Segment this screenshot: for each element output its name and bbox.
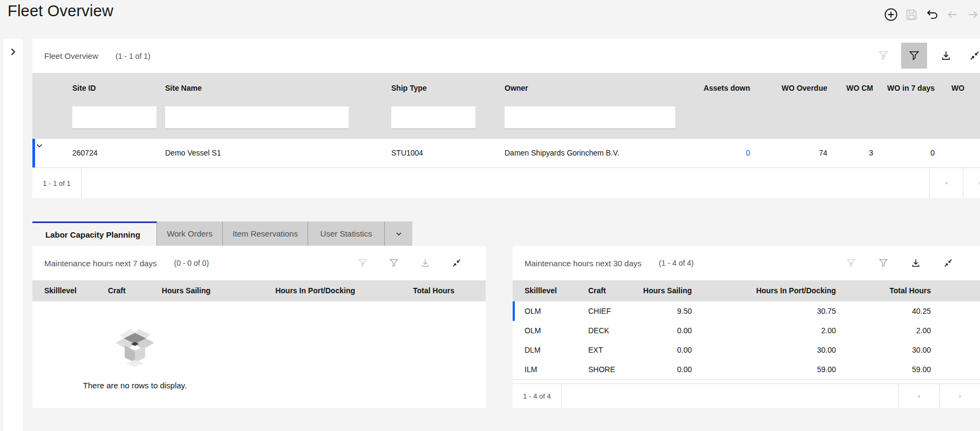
empty-message: There are no rows to display. [65, 381, 205, 390]
column-header-skilllevel[interactable]: Skilllevel [525, 286, 557, 295]
app-window: Fleet Overview Fleet Overview (1 - 1 of … [0, 0, 980, 431]
tab-overflow-chevron-down-icon[interactable] [384, 221, 412, 246]
column-header-hours-in-port[interactable]: Hours In Port/Docking [756, 286, 836, 295]
pagination-prev-caret-icon[interactable] [929, 168, 963, 198]
cell-hours-sailing: 0.00 [677, 346, 692, 354]
empty-state: There are no rows to display. [65, 322, 205, 390]
table-row[interactable]: ILM SHORE 0.00 59.00 59.00 [513, 360, 980, 380]
filter-icon[interactable] [873, 252, 894, 274]
column-header-ship-type[interactable]: Ship Type [391, 84, 427, 92]
column-header-owner[interactable]: Owner [505, 84, 528, 92]
save-icon[interactable] [904, 8, 918, 22]
cell-craft: CHIEF [588, 307, 611, 315]
filter-input-owner[interactable] [505, 106, 675, 129]
column-header-total-hours[interactable]: Total Hours [889, 286, 931, 295]
cell-hours-sailing: 9.50 [677, 307, 692, 315]
maintenance-hours-7-days-panel: Maintenance hours next 7 days (0 - 0 of … [32, 246, 486, 408]
cell-ship-type: STU1004 [391, 149, 423, 157]
cell-total-hours: 2.00 [916, 326, 931, 335]
filter-button[interactable] [901, 43, 927, 69]
cell-wo-overdue: 74 [819, 149, 827, 157]
minimize-panel-icon[interactable] [446, 252, 467, 274]
filter-input-site-name[interactable] [165, 106, 349, 129]
column-header-site-id[interactable]: Site ID [72, 84, 96, 92]
pagination-next-caret-icon[interactable] [963, 168, 980, 198]
cell-assets-down-link[interactable]: 0 [746, 149, 750, 157]
selected-row-indicator [32, 139, 35, 167]
column-header-craft[interactable]: Craft [588, 286, 606, 295]
cell-site-name: Demo Vessel S1 [165, 149, 221, 157]
cell-wo-cm: 3 [869, 149, 873, 157]
tab-user-statistics[interactable]: User Statistics [308, 221, 384, 246]
table-row[interactable]: OLM CHIEF 9.50 30.75 40.25 [513, 301, 980, 321]
side-navigator-rail [3, 39, 23, 431]
fleet-panel-title: Fleet Overview [44, 51, 98, 60]
cell-skilllevel: OLM [525, 307, 541, 315]
tab-item-reservations[interactable]: Item Reservations [222, 221, 308, 246]
cell-owner: Damen Shipyards Gorinchem B.V. [505, 149, 620, 157]
column-header-hours-in-port[interactable]: Hours In Port/Docking [275, 286, 355, 295]
panel7-title: Maintenance hours next 7 days [44, 259, 156, 268]
pagination-prev-caret-icon[interactable] [898, 384, 940, 408]
cell-skilllevel: DLM [525, 346, 541, 354]
tab-work-orders[interactable]: Work Orders [156, 221, 222, 246]
column-header-hours-sailing[interactable]: Hours Sailing [643, 286, 692, 295]
pagination-range: 1 - 1 of 1 [32, 168, 81, 198]
tab-labor-capacity-planning[interactable]: Labor Capacity Planning [32, 221, 156, 246]
download-icon[interactable] [933, 43, 959, 69]
panel7-header: Maintenance hours next 7 days (0 - 0 of … [32, 246, 486, 280]
panel30-table-header: Skilllevel Craft Hours Sailing Hours In … [513, 280, 980, 301]
panel7-table-header: Skilllevel Craft Hours Sailing Hours In … [32, 280, 486, 301]
column-header-assets-down[interactable]: Assets down [704, 84, 750, 92]
cell-hours-sailing: 0.00 [677, 365, 692, 374]
clear-filter-icon[interactable] [840, 252, 862, 274]
minimize-panel-icon[interactable] [962, 43, 980, 69]
filter-input-site-id[interactable] [72, 106, 156, 129]
fleet-table-row[interactable]: 260724 Demo Vessel S1 STU1004 Damen Ship… [32, 139, 980, 168]
minimize-panel-icon[interactable] [937, 252, 959, 274]
column-header-total-hours[interactable]: Total Hours [413, 286, 454, 295]
column-header-skilllevel[interactable]: Skilllevel [44, 286, 77, 295]
filter-icon[interactable] [383, 252, 405, 274]
undo-icon[interactable] [925, 8, 939, 22]
cell-craft: EXT [588, 346, 603, 354]
column-header-hours-sailing[interactable]: Hours Sailing [162, 286, 210, 295]
cell-total-hours: 40.25 [912, 307, 931, 315]
pagination-range: 1 - 4 of 4 [513, 384, 562, 408]
table-row[interactable]: OLM DECK 0.00 2.00 2.00 [513, 321, 980, 341]
panel7-count: (0 - 0 of 0) [174, 259, 209, 267]
cell-craft: DECK [588, 326, 609, 335]
cell-hours-in-port: 2.00 [821, 326, 836, 335]
panel30-count: (1 - 4 of 4) [659, 259, 694, 267]
cell-hours-in-port: 30.00 [817, 346, 836, 354]
column-header-site-name[interactable]: Site Name [165, 84, 202, 92]
back-icon[interactable] [945, 8, 959, 22]
cell-skilllevel: ILM [525, 365, 537, 374]
fleet-table-header: Site ID Site Name Ship Type Owner Assets… [32, 73, 980, 139]
panel30-pagination-bar: 1 - 4 of 4 [513, 383, 980, 408]
column-header-wo-overdue[interactable]: WO Overdue [781, 84, 827, 92]
pagination-next-caret-icon[interactable] [939, 384, 980, 408]
column-header-craft[interactable]: Craft [108, 286, 126, 295]
empty-box-icon [112, 322, 158, 368]
table-row[interactable]: DLM EXT 0.00 30.00 30.00 [513, 340, 980, 360]
panel30-header: Maintenance hours next 30 days (1 - 4 of… [513, 246, 980, 280]
column-header-wo-cm[interactable]: WO CM [846, 84, 873, 92]
clear-filter-icon[interactable] [870, 43, 896, 69]
add-icon[interactable] [884, 8, 898, 22]
column-header-wo-in-7-days[interactable]: WO in 7 days [887, 84, 935, 92]
panel30-title: Maintenance hours next 30 days [525, 259, 642, 268]
maintenance-hours-30-days-panel: Maintenance hours next 30 days (1 - 4 of… [513, 246, 980, 408]
clear-filter-icon[interactable] [352, 252, 373, 274]
cell-total-hours: 30.00 [912, 346, 931, 354]
cell-craft: SHORE [588, 365, 615, 374]
detail-tabs: Labor Capacity Planning Work Orders Item… [32, 221, 412, 246]
filter-input-ship-type[interactable] [391, 106, 475, 129]
expand-sidebar-chevron-right-icon[interactable] [8, 46, 18, 57]
column-header-wo-clipped[interactable]: WO [951, 84, 964, 92]
forward-icon[interactable] [966, 8, 980, 22]
download-icon[interactable] [905, 252, 927, 274]
fleet-overview-panel: Fleet Overview (1 - 1 of 1) Site ID Site… [32, 39, 980, 198]
download-icon[interactable] [414, 252, 436, 274]
cell-skilllevel: OLM [525, 326, 541, 335]
